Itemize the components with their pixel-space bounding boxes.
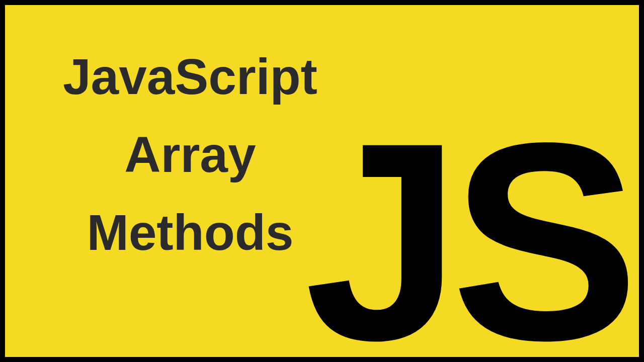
title-block: JavaScript Array Methods [63,38,317,272]
title-line-3: Methods [63,194,317,272]
title-line-2: Array [63,116,317,194]
js-logo-icon: JS [304,101,629,362]
title-line-1: JavaScript [63,38,317,116]
